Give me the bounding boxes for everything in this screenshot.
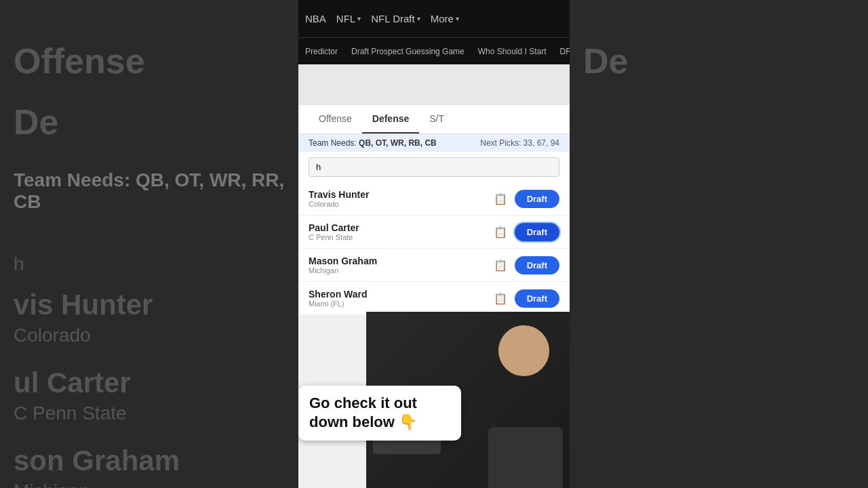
nav-nba[interactable]: NBA: [305, 13, 326, 24]
player-2-school: C Penn State: [309, 233, 486, 241]
bg-search-h: h: [14, 253, 285, 275]
nav-nba-label: NBA: [305, 13, 326, 24]
bg-defense-partial: De: [14, 102, 285, 142]
bg-team-needs: Team Needs: QB, OT, WR, RR, CB: [14, 169, 285, 213]
next-picks-values: 33, 67, 94: [524, 138, 559, 148]
bg-player-2-school: C Penn State: [14, 403, 285, 424]
bg-player-1-name: vis Hunter: [14, 289, 285, 321]
player-3-info: Mason Graham Michigan: [309, 256, 486, 274]
player-4-info: Sheron Ward Miami (FL): [309, 289, 486, 308]
player-list: Travis Hunter Colorado 📋 Draft Paul Cart…: [298, 182, 570, 315]
nav-more[interactable]: More ▾: [431, 13, 459, 24]
bg-player-3-name: son Graham: [14, 445, 285, 477]
nav-nfl-chevron: ▾: [357, 15, 361, 22]
bg-player-1-school: Colorado: [14, 325, 285, 346]
team-tabs: Offense Defense S/T: [298, 105, 570, 134]
person-head: [498, 325, 549, 376]
speech-line1: Go check it out: [309, 394, 417, 411]
nav-nfl-draft[interactable]: NFL Draft ▾: [371, 13, 420, 24]
nav-nfl-label: NFL: [336, 13, 355, 24]
player-4-school: Miami (FL): [309, 300, 486, 308]
bg-right-def: De: [583, 41, 854, 81]
sub-nav-who-should-i-start[interactable]: Who Should I Start: [478, 47, 547, 56]
sub-nav-dfs[interactable]: DFS Li...: [559, 47, 570, 56]
team-info-bar: Team Needs: QB, OT, WR, RB, CB Next Pick…: [298, 134, 570, 152]
center-phone-panel: NBA NFL ▾ NFL Draft ▾ More ▾ Predictor D…: [298, 0, 570, 488]
player-4-name: Sheron Ward: [309, 289, 486, 300]
tab-defense[interactable]: Defense: [362, 105, 419, 134]
gray-spacer: [298, 64, 570, 105]
nav-more-chevron: ▾: [456, 15, 459, 22]
nav-nfl[interactable]: NFL ▾: [336, 13, 361, 24]
player-1-draft-button[interactable]: Draft: [515, 190, 559, 208]
sub-nav-guessing-game[interactable]: Draft Prospect Guessing Game: [351, 47, 465, 56]
bg-player-2-name: ul Carter: [14, 367, 285, 399]
player-3-name: Mason Graham: [309, 256, 486, 266]
player-row-3: Mason Graham Michigan 📋 Draft: [298, 249, 570, 282]
tab-st[interactable]: S/T: [419, 105, 454, 134]
search-input[interactable]: [309, 157, 559, 177]
player-3-school: Michigan: [309, 266, 486, 274]
speech-text: Go check it out down below 👇: [309, 394, 450, 432]
player-3-draft-button[interactable]: Draft: [515, 256, 559, 274]
player-2-name: Paul Carter: [309, 222, 486, 233]
player-2-draft-button[interactable]: Draft: [515, 223, 559, 241]
player-row-2: Paul Carter C Penn State 📋 Draft: [298, 216, 570, 249]
sub-nav: Predictor Draft Prospect Guessing Game W…: [298, 37, 570, 64]
player-1-school: Colorado: [309, 200, 486, 208]
next-picks-label: Next Picks:: [480, 138, 521, 148]
speech-line2: down below 👇: [309, 413, 417, 430]
nav-nfl-draft-label: NFL Draft: [371, 13, 414, 24]
nav-more-label: More: [431, 13, 454, 24]
team-needs-label: Team Needs:: [309, 138, 357, 148]
speech-bubble: Go check it out down below 👇: [298, 386, 461, 441]
player-1-name: Travis Hunter: [309, 189, 486, 200]
nav-bar: NBA NFL ▾ NFL Draft ▾ More ▾: [298, 0, 570, 37]
bg-player-3-school: Michigan: [14, 481, 285, 488]
player-1-clipboard-icon[interactable]: 📋: [493, 191, 508, 206]
nav-nfl-draft-chevron: ▾: [417, 15, 420, 22]
player-row-4: Sheron Ward Miami (FL) 📋 Draft: [298, 282, 570, 315]
player-row-1: Travis Hunter Colorado 📋 Draft: [298, 182, 570, 216]
bg-offense-label: Offense: [14, 41, 285, 81]
bg-left-panel: Offense De Team Needs: QB, OT, WR, RR, C…: [0, 0, 298, 488]
person-body: [488, 427, 563, 488]
search-bar: [298, 152, 570, 182]
player-1-info: Travis Hunter Colorado: [309, 189, 486, 208]
player-2-info: Paul Carter C Penn State: [309, 222, 486, 241]
player-4-clipboard-icon[interactable]: 📋: [493, 291, 508, 306]
bg-right-panel: De: [570, 0, 868, 488]
sub-nav-predictor[interactable]: Predictor: [305, 47, 338, 56]
team-needs-values: QB, OT, WR, RB, CB: [359, 138, 437, 148]
next-picks-text: Next Picks: 33, 67, 94: [480, 138, 559, 148]
tab-offense[interactable]: Offense: [309, 105, 362, 134]
player-4-draft-button[interactable]: Draft: [515, 289, 559, 308]
player-2-clipboard-icon[interactable]: 📋: [493, 224, 508, 239]
team-needs-text: Team Needs: QB, OT, WR, RB, CB: [309, 138, 437, 148]
player-3-clipboard-icon[interactable]: 📋: [493, 258, 508, 272]
